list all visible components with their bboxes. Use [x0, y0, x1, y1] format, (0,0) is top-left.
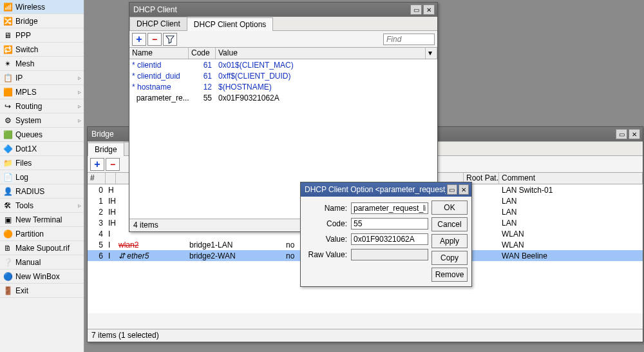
sidebar-item-mesh[interactable]: ✴Mesh — [0, 57, 84, 71]
table-row[interactable]: * hostname12$(HOSTNAME) — [129, 81, 437, 92]
sidebar-item-bridge[interactable]: 🔀Bridge — [0, 14, 84, 28]
bridge-statusbar: 7 items (1 selected) — [88, 329, 643, 342]
sidebar-icon: 👤 — [3, 186, 13, 197]
close-button[interactable]: ✕ — [459, 184, 469, 195]
sidebar-item-label: Files — [15, 159, 32, 168]
sidebar-item-label: Routing — [15, 102, 42, 111]
find-input[interactable] — [383, 34, 435, 45]
code-input[interactable] — [351, 218, 428, 230]
dhcp-tabs: DHCP Client DHCP Client Options — [129, 17, 437, 31]
table-row[interactable]: * clientid610x01$(CLIENT_MAC) — [129, 59, 437, 70]
sidebar-item-label: System — [15, 116, 41, 125]
sidebar-icon: ❔ — [3, 257, 13, 268]
col-number[interactable]: # — [88, 173, 106, 184]
remove-button[interactable]: − — [106, 158, 120, 171]
filter-button[interactable] — [163, 33, 177, 46]
table-row[interactable]: parameter_re...550x01F90321062A — [129, 92, 437, 103]
sidebar-item-queues[interactable]: 🟩Queues — [0, 128, 84, 142]
sidebar-icon: 📋 — [3, 73, 13, 83]
value-input[interactable] — [351, 233, 428, 245]
sidebar-icon: ▣ — [3, 215, 13, 225]
close-button[interactable]: ✕ — [423, 5, 435, 15]
remove-button[interactable]: − — [147, 33, 162, 46]
sidebar-item-partition[interactable]: 🟠Partition — [0, 227, 84, 241]
col-code[interactable]: Code — [189, 48, 216, 59]
sidebar-item-switch[interactable]: 🔁Switch — [0, 43, 84, 57]
sidebar-item-exit[interactable]: 🚪Exit — [0, 284, 84, 298]
col-flag[interactable] — [106, 173, 116, 184]
apply-button[interactable]: Apply — [431, 234, 468, 248]
submenu-arrow-icon: ▹ — [78, 103, 81, 110]
sidebar-item-label: MPLS — [15, 88, 37, 97]
sidebar-item-label: New WinBox — [15, 272, 60, 281]
sidebar-item-label: Mesh — [15, 59, 34, 68]
sidebar-icon: 📶 — [3, 2, 13, 12]
sidebar-item-label: IP — [15, 73, 23, 83]
sidebar-item-mpls[interactable]: 🟧MPLS▹ — [0, 85, 84, 99]
option-titlebar[interactable]: DHCP Client Option <parameter_request_li… — [301, 182, 471, 197]
sidebar-item-radius[interactable]: 👤RADIUS — [0, 184, 84, 199]
remove-button[interactable]: Remove — [431, 268, 468, 282]
sidebar-item-routing[interactable]: ↪Routing▹ — [0, 99, 84, 113]
cancel-button[interactable]: Cancel — [431, 217, 468, 231]
raw-value-input — [351, 249, 428, 260]
sidebar-item-new-winbox[interactable]: 🔵New WinBox — [0, 269, 84, 284]
sidebar-item-files[interactable]: 📁Files — [0, 156, 84, 170]
name-input[interactable] — [351, 202, 428, 214]
submenu-arrow-icon: ▹ — [78, 202, 81, 209]
sidebar-item-dot1x[interactable]: 🔷Dot1X — [0, 142, 84, 156]
sidebar-item-label: Make Supout.rif — [15, 244, 70, 253]
sidebar-icon: 📁 — [3, 158, 13, 168]
sidebar-item-label: Wireless — [15, 3, 45, 12]
tab-bridge[interactable]: Bridge — [88, 142, 124, 156]
code-label: Code: — [305, 216, 350, 231]
col-name[interactable]: Name — [129, 48, 189, 59]
sidebar-icon: 🗎 — [3, 243, 13, 253]
option-title: DHCP Client Option <parameter_request_li… — [305, 185, 446, 194]
col-value[interactable]: Value — [216, 48, 426, 59]
sidebar-item-log[interactable]: 📄Log — [0, 170, 84, 184]
sidebar-item-label: Manual — [15, 258, 41, 267]
sidebar-item-label: PPP — [15, 31, 31, 40]
dhcp-titlebar[interactable]: DHCP Client ▭ ✕ — [129, 3, 437, 17]
dhcp-option-dialog: DHCP Client Option <parameter_request_li… — [300, 182, 472, 287]
dhcp-toolbar: + − — [129, 31, 437, 48]
close-button[interactable]: ✕ — [629, 129, 640, 139]
sidebar-item-label: Exit — [15, 286, 28, 295]
table-row[interactable]: * clientid_duid610xff$(CLIENT_DUID) — [129, 70, 437, 81]
tab-dhcp-client[interactable]: DHCP Client — [129, 17, 187, 30]
col-dropdown[interactable]: ▾ — [426, 48, 437, 59]
copy-button[interactable]: Copy — [431, 251, 468, 265]
name-label: Name: — [305, 200, 350, 216]
minimize-button[interactable]: ▭ — [410, 5, 422, 15]
sidebar-item-manual[interactable]: ❔Manual — [0, 255, 84, 269]
sidebar-item-label: Log — [15, 173, 28, 182]
raw-value-label: Raw Value: — [305, 247, 350, 262]
ok-button[interactable]: OK — [431, 200, 468, 215]
sidebar-icon: ↪ — [3, 101, 13, 112]
sidebar-item-system[interactable]: ⚙System▹ — [0, 113, 84, 128]
tab-dhcp-client-options[interactable]: DHCP Client Options — [187, 17, 274, 31]
add-button[interactable]: + — [90, 158, 104, 171]
sidebar-item-label: RADIUS — [15, 187, 44, 196]
sidebar-item-make-supout-rif[interactable]: 🗎Make Supout.rif — [0, 241, 84, 255]
col-comment[interactable]: Comment — [499, 173, 643, 184]
add-button[interactable]: + — [132, 33, 146, 46]
sidebar-icon: ⚙ — [3, 115, 13, 126]
sidebar-item-wireless[interactable]: 📶Wireless — [0, 0, 84, 14]
sidebar-icon: 📄 — [3, 172, 13, 182]
sidebar-item-label: New Terminal — [15, 215, 62, 224]
sidebar-item-new-terminal[interactable]: ▣New Terminal — [0, 213, 84, 227]
sidebar-item-ip[interactable]: 📋IP▹ — [0, 71, 84, 85]
sidebar-item-ppp[interactable]: 🖥PPP — [0, 28, 84, 43]
sidebar: 📶Wireless🔀Bridge🖥PPP🔁Switch✴Mesh📋IP▹🟧MPL… — [0, 0, 84, 352]
sidebar-item-tools[interactable]: 🛠Tools▹ — [0, 199, 84, 213]
dhcp-grid-header: Name Code Value ▾ — [129, 48, 437, 59]
sidebar-icon: ✴ — [3, 59, 13, 69]
submenu-arrow-icon: ▹ — [78, 88, 81, 95]
sidebar-icon: 🟧 — [3, 87, 13, 97]
bridge-title: Bridge — [91, 130, 114, 139]
minimize-button[interactable]: ▭ — [616, 129, 627, 139]
minimize-button[interactable]: ▭ — [447, 184, 457, 195]
submenu-arrow-icon: ▹ — [78, 117, 81, 124]
